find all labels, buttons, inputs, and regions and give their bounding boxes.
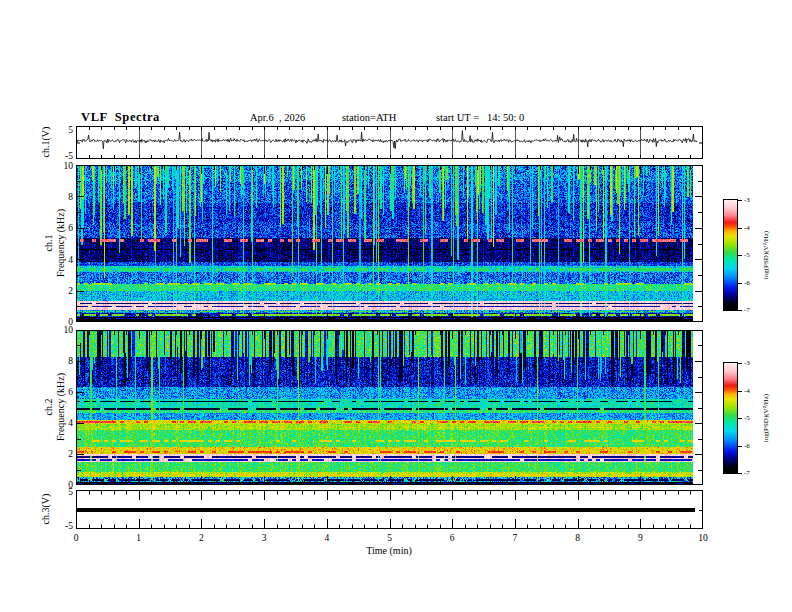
time-tick-label: 3 (262, 533, 267, 543)
ch2-spectrogram-canvas (76, 330, 703, 485)
freq-tick-label: 6 (68, 387, 73, 397)
freq-tick-label: 8 (68, 356, 73, 366)
time-tick-label: 4 (324, 533, 329, 543)
colorbar-1-canvas (723, 199, 743, 311)
plot-title: VLF Spectra (81, 110, 160, 125)
time-tick-label: 2 (199, 533, 204, 543)
ch2-spec-ylabel-frequency: Frequency (kHz) (55, 373, 66, 441)
time-tick-label: 1 (136, 533, 141, 543)
colorbar-tick-label: -4 (744, 387, 750, 395)
plot-start-ut: start UT = 14: 50: 0 (436, 112, 524, 123)
ch3-waveform-canvas (76, 490, 703, 529)
freq-tick-label: 6 (68, 223, 73, 233)
freq-tick-label: 2 (68, 449, 73, 459)
plot-date: Apr.6 , 2026 (250, 112, 305, 123)
ch1-spectrogram-canvas (76, 165, 703, 322)
time-tick-label: 10 (698, 533, 708, 543)
ch1-spec-ylabel-channel: ch.1 (43, 235, 54, 252)
freq-tick-label: 10 (64, 161, 74, 171)
time-tick-label: 6 (450, 533, 455, 543)
colorbar-2-label: log(PSD)(V²/Hz) (762, 394, 770, 442)
vlf-spectra-page: VLF Spectra Apr.6 , 2026 station=ATH sta… (0, 0, 792, 612)
colorbar-tick-label: -3 (744, 196, 750, 204)
ch1-wave-ytick-bottom: -5 (65, 151, 73, 161)
colorbar-tick-label: -3 (744, 359, 750, 367)
ch1-wave-ytick-top: 5 (68, 125, 73, 135)
time-tick-label: 8 (575, 533, 580, 543)
ch3-ytick-bottom: -5 (65, 521, 73, 531)
time-tick-label: 5 (387, 533, 392, 543)
ch1-waveform-ylabel: ch.1(V) (40, 127, 51, 158)
colorbar-tick-label: -5 (744, 251, 750, 259)
freq-tick-label: 4 (68, 418, 73, 428)
time-tick-label: 7 (513, 533, 518, 543)
freq-tick-label: 4 (68, 255, 73, 265)
colorbar-1-label: log(PSD)(V²/Hz) (762, 231, 770, 279)
plot-station: station=ATH (342, 112, 396, 123)
ch2-spec-ylabel-channel: ch.2 (43, 399, 54, 416)
colorbar-2-canvas (723, 362, 743, 474)
time-axis-title: Time (min) (366, 545, 411, 556)
freq-tick-label: 10 (64, 325, 74, 335)
colorbar-tick-label: -7 (744, 469, 750, 477)
colorbar-tick-label: -7 (744, 306, 750, 314)
colorbar-tick-label: -5 (744, 414, 750, 422)
colorbar-tick-label: -6 (744, 279, 750, 287)
ch1-waveform-canvas (76, 126, 703, 159)
ch1-spec-ylabel-frequency: Frequency (kHz) (55, 209, 66, 277)
freq-tick-label: 8 (68, 192, 73, 202)
colorbar-tick-label: -4 (744, 224, 750, 232)
time-tick-label: 9 (638, 533, 643, 543)
time-tick-label: 0 (74, 533, 79, 543)
colorbar-tick-label: -6 (744, 442, 750, 450)
freq-tick-label: 2 (68, 286, 73, 296)
ch3-waveform-ylabel: ch.3(V) (40, 494, 51, 525)
freq-tick-label: 0 (68, 480, 73, 490)
